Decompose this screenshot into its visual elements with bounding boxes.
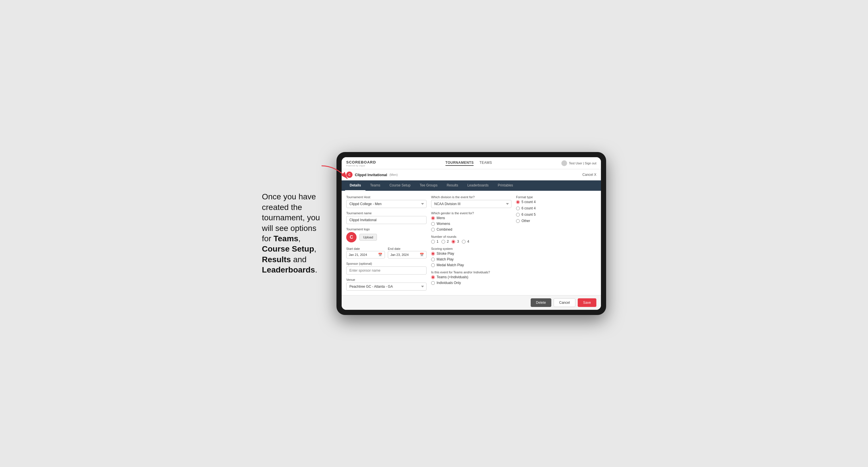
tournament-host-group: Tournament Host Clippd College - Men: [346, 195, 427, 208]
tab-teams[interactable]: Teams: [366, 181, 385, 191]
tab-tee-groups[interactable]: Tee Groups: [415, 181, 442, 191]
tournament-icon: C: [346, 172, 352, 178]
gender-mens[interactable]: Mens: [431, 216, 512, 220]
individuals-only[interactable]: Individuals Only: [431, 281, 512, 285]
tablet-device: SCOREBOARD Powered by clippd TOURNAMENTS…: [337, 152, 606, 315]
scoring-match-radio[interactable]: [431, 258, 435, 261]
tab-leaderboards[interactable]: Leaderboards: [463, 181, 493, 191]
user-text[interactable]: Test User | Sign out: [569, 161, 596, 165]
division-select[interactable]: NCAA Division III: [431, 200, 512, 208]
tournament-name-input[interactable]: [346, 216, 427, 224]
tournament-title: C Clippd Invitational (Men): [346, 172, 398, 178]
gender-combined[interactable]: Combined: [431, 227, 512, 231]
save-button[interactable]: Save: [578, 298, 596, 307]
rounds-4[interactable]: 4: [462, 240, 469, 244]
tournament-name: Clippd Invitational: [355, 173, 387, 177]
tab-course-setup[interactable]: Course Setup: [385, 181, 415, 191]
format-other-radio[interactable]: [516, 219, 520, 223]
teams-plus-radio[interactable]: [431, 275, 435, 279]
sidebar-bold-teams: Teams: [273, 234, 298, 243]
scoring-stroke-radio[interactable]: [431, 252, 435, 256]
end-date-input-wrap[interactable]: Jan 23, 2024 📅: [388, 251, 427, 258]
calendar-icon-start: 📅: [378, 253, 382, 257]
tournament-badge: (Men): [390, 173, 398, 177]
tournament-host-select[interactable]: Clippd College - Men: [346, 200, 427, 208]
format-6count4-radio[interactable]: [516, 207, 520, 210]
format-other[interactable]: Other: [516, 219, 596, 223]
sponsor-input[interactable]: [346, 267, 427, 275]
rounds-label: Number of rounds: [431, 235, 512, 238]
logo: SCOREBOARD Powered by clippd: [346, 159, 376, 167]
scoring-label: Scoring system: [431, 247, 512, 250]
tournament-name-label: Tournament name: [346, 211, 427, 215]
teams-plus-individuals[interactable]: Teams (+Individuals): [431, 275, 512, 279]
sidebar-bold-leaderboards: Leaderboards: [262, 266, 315, 274]
nav-teams[interactable]: TEAMS: [479, 161, 492, 166]
tab-results[interactable]: Results: [442, 181, 463, 191]
user-avatar: [561, 160, 567, 166]
tournament-host-label: Tournament Host: [346, 195, 427, 199]
left-column: Tournament Host Clippd College - Men Tou…: [346, 195, 427, 290]
format-6count5[interactable]: 6 count 5: [516, 213, 596, 217]
cancel-tournament-button[interactable]: Cancel X: [582, 173, 596, 177]
nav-links: TOURNAMENTS TEAMS: [445, 161, 492, 166]
gender-radio-group: Mens Womens Combined: [431, 216, 512, 231]
scoring-medal[interactable]: Medal Match Play: [431, 263, 512, 267]
top-bar: SCOREBOARD Powered by clippd TOURNAMENTS…: [342, 157, 601, 169]
gender-label: Which gender is the event for?: [431, 211, 512, 215]
format-5count4[interactable]: 5 count 4: [516, 200, 596, 204]
rounds-1-radio[interactable]: [431, 240, 435, 244]
sponsor-group: Sponsor (optional): [346, 262, 427, 275]
calendar-icon-end: 📅: [420, 253, 424, 257]
tournament-logo-label: Tournament logo: [346, 227, 427, 231]
gender-womens-radio[interactable]: [431, 222, 435, 226]
format-6count5-radio[interactable]: [516, 213, 520, 217]
logo-sub: Powered by clippd: [346, 165, 376, 167]
venue-label: Venue: [346, 278, 427, 281]
gender-womens[interactable]: Womens: [431, 222, 512, 226]
sponsor-label: Sponsor (optional): [346, 262, 427, 266]
scoring-medal-radio[interactable]: [431, 263, 435, 267]
end-date-value: Jan 23, 2024: [391, 253, 418, 256]
scoring-group: Scoring system Stroke Play Match Play Me…: [431, 247, 512, 267]
gender-group: Which gender is the event for? Mens Wome…: [431, 211, 512, 231]
format-label: Format type: [516, 195, 596, 199]
delete-button[interactable]: Delete: [531, 298, 552, 307]
division-label: Which division is the event for?: [431, 195, 512, 199]
rounds-2-radio[interactable]: [441, 240, 445, 244]
rounds-2[interactable]: 2: [441, 240, 449, 244]
individuals-only-radio[interactable]: [431, 281, 435, 285]
teams-label: Is this event for Teams and/or Individua…: [431, 271, 512, 274]
gender-combined-radio[interactable]: [431, 228, 435, 231]
scoring-radio-group: Stroke Play Match Play Medal Match Play: [431, 252, 512, 267]
venue-select[interactable]: Peachtree GC - Atlanta - GA: [346, 283, 427, 290]
gender-mens-radio[interactable]: [431, 216, 435, 220]
format-6count4[interactable]: 6 count 4: [516, 206, 596, 210]
start-date-group: Start date Jan 21, 2024 📅: [346, 246, 385, 258]
tab-bar: Details Teams Course Setup Tee Groups Re…: [342, 181, 601, 191]
rounds-1[interactable]: 1: [431, 240, 439, 244]
format-5count4-radio[interactable]: [516, 200, 520, 204]
tournament-name-group: Tournament name: [346, 211, 427, 224]
scoring-stroke[interactable]: Stroke Play: [431, 252, 512, 256]
teams-individuals-group: Is this event for Teams and/or Individua…: [431, 271, 512, 285]
tab-printables[interactable]: Printables: [493, 181, 518, 191]
dates-group: Start date Jan 21, 2024 📅 End date Jan 2…: [346, 246, 427, 258]
cancel-button[interactable]: Cancel: [554, 298, 575, 307]
end-date-group: End date Jan 23, 2024 📅: [388, 246, 427, 258]
sidebar-bold-coursesetup: Course Setup: [262, 244, 314, 253]
rounds-radio-group: 1 2 3 4: [431, 240, 512, 244]
rounds-3[interactable]: 3: [452, 240, 459, 244]
nav-tournaments[interactable]: TOURNAMENTS: [445, 161, 474, 166]
sidebar-bold-results: Results: [262, 255, 291, 264]
start-date-input-wrap[interactable]: Jan 21, 2024 📅: [346, 251, 385, 258]
tablet-screen: SCOREBOARD Powered by clippd TOURNAMENTS…: [342, 157, 601, 310]
end-date-label: End date: [388, 247, 400, 250]
upload-button[interactable]: Upload: [360, 234, 377, 241]
scoring-match[interactable]: Match Play: [431, 257, 512, 261]
rounds-3-radio[interactable]: [452, 240, 455, 244]
tab-details[interactable]: Details: [345, 181, 366, 191]
rounds-4-radio[interactable]: [462, 240, 466, 244]
rounds-group: Number of rounds 1 2 3 4: [431, 235, 512, 244]
right-column: Format type 5 count 4 6 count 4 6 count …: [516, 195, 596, 290]
